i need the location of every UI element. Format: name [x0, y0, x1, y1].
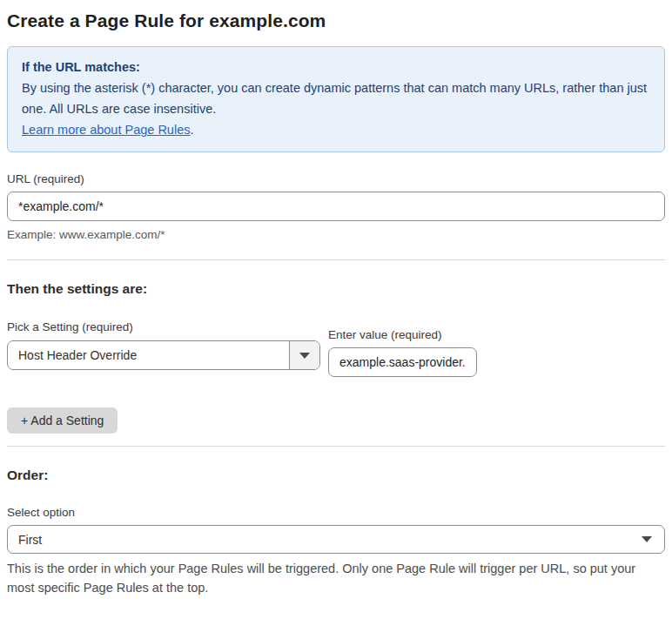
caret-down-icon: [642, 536, 664, 542]
enter-value-label: Enter value (required): [328, 328, 477, 341]
setting-select-arrow-button[interactable]: [289, 341, 319, 369]
order-select[interactable]: First: [7, 525, 665, 554]
setting-value-input[interactable]: [328, 347, 477, 377]
divider: [7, 446, 665, 447]
info-box-link-line: Learn more about Page Rules.: [22, 119, 650, 140]
link-suffix-period: .: [190, 123, 193, 137]
url-field-label: URL (required): [7, 172, 665, 185]
pick-setting-group: Pick a Setting (required) Host Header Ov…: [7, 320, 320, 370]
setting-select[interactable]: Host Header Override: [7, 340, 320, 370]
create-page-rule-form: Create a Page Rule for example.com If th…: [0, 0, 672, 619]
page-title: Create a Page Rule for example.com: [7, 9, 665, 33]
caret-down-icon: [299, 353, 310, 359]
info-box-heading: If the URL matches:: [22, 57, 650, 77]
order-helper-text: This is the order in which your Page Rul…: [7, 559, 665, 597]
add-setting-button[interactable]: + Add a Setting: [7, 407, 118, 434]
settings-section-heading: Then the settings are:: [7, 281, 665, 297]
divider: [7, 259, 665, 260]
url-example-helper: Example: www.example.com/*: [7, 228, 665, 241]
learn-more-link[interactable]: Learn more about Page Rules: [22, 123, 190, 137]
pick-setting-label: Pick a Setting (required): [7, 320, 320, 333]
settings-row: Pick a Setting (required) Host Header Ov…: [7, 320, 665, 377]
setting-select-value: Host Header Override: [8, 348, 289, 362]
info-box-body: By using the asterisk (*) character, you…: [22, 77, 650, 119]
url-matches-info-box: If the URL matches: By using the asteris…: [7, 46, 665, 152]
order-section-heading: Order:: [7, 468, 665, 483]
order-select-value: First: [8, 533, 642, 547]
url-input[interactable]: [7, 192, 665, 221]
order-select-label: Select option: [7, 506, 665, 519]
enter-value-group: Enter value (required): [328, 328, 477, 377]
